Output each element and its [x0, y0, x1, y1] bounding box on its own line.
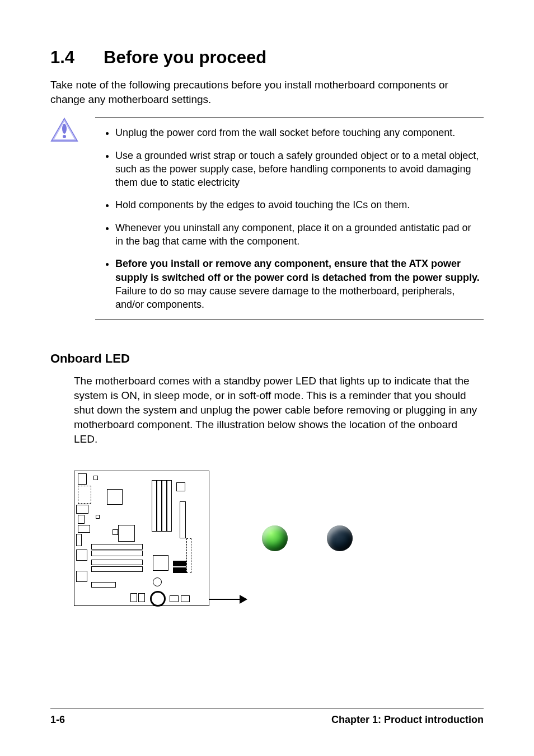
caution-icon: [50, 118, 78, 144]
caution-item: Unplug the power cord from the wall sock…: [115, 126, 484, 139]
onboard-led-body: The motherboard comes with a standby pow…: [74, 374, 478, 447]
caution-list: Unplug the power cord from the wall sock…: [95, 118, 484, 320]
caution-item-bold: Before you install or remove any compone…: [115, 258, 480, 283]
caution-item: Hold components by the edges to avoid to…: [115, 198, 484, 212]
onboard-led-heading: Onboard LED: [50, 351, 484, 366]
svg-point-2: [62, 124, 67, 134]
page-number: 1-6: [50, 714, 65, 726]
caution-item: Use a grounded wrist strap or touch a sa…: [115, 149, 484, 190]
caution-item: Whenever you uninstall any component, pl…: [115, 221, 484, 248]
motherboard-outline: [74, 471, 209, 606]
chapter-label: Chapter 1: Product introduction: [331, 714, 484, 726]
led-diagram: [74, 471, 484, 606]
led-off-icon: [327, 525, 353, 551]
svg-point-3: [63, 135, 66, 138]
caution-item-tail: Failure to do so may cause severe damage…: [115, 285, 455, 310]
page-footer: 1-6 Chapter 1: Product introduction: [50, 708, 484, 726]
led-on-icon: [262, 525, 288, 551]
caution-item: Before you install or remove any compone…: [115, 257, 484, 311]
section-number: 1.4: [50, 48, 104, 68]
section-heading: 1.4Before you proceed: [50, 48, 484, 68]
caution-block: Unplug the power cord from the wall sock…: [50, 118, 484, 320]
callout-arrow: [206, 595, 247, 604]
intro-paragraph: Take note of the following precautions b…: [50, 78, 484, 106]
page: 1.4Before you proceed Take note of the f…: [0, 0, 534, 756]
section-title: Before you proceed: [104, 48, 266, 67]
